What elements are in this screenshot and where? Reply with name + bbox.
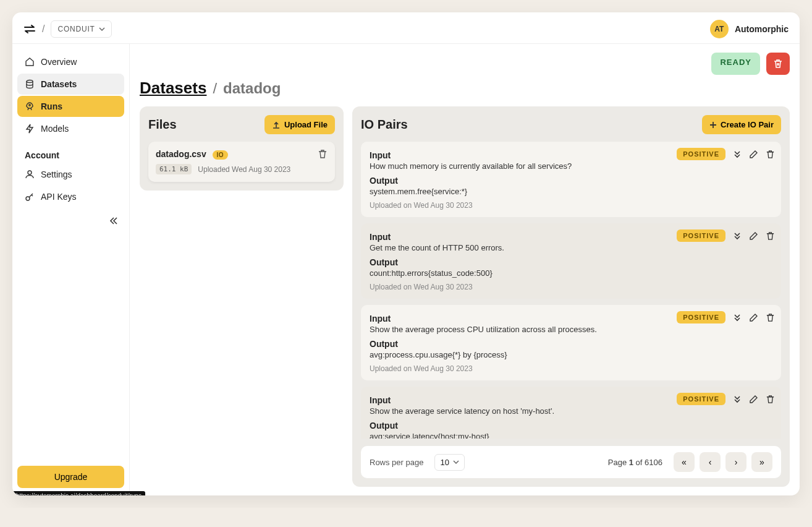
upload-icon [272, 121, 281, 129]
edit-icon[interactable] [749, 395, 758, 404]
positive-badge: POSITIVE [677, 311, 725, 323]
trash-icon [773, 59, 783, 69]
pager: Rows per page 10 Page 1 of 6106 « [361, 446, 781, 478]
edit-icon[interactable] [749, 231, 758, 241]
chevron-down-icon [99, 27, 105, 31]
input-text: Show the average service latency on host… [370, 406, 772, 416]
plus-icon [709, 121, 717, 129]
sidebar-item-models[interactable]: Models [17, 118, 124, 139]
files-panel: Files Upload File datadog.csv I [140, 106, 344, 191]
swap-icon [23, 25, 36, 33]
iopairs-panel: IO Pairs Create IO Pair POSITIVE [352, 106, 790, 487]
output-text: count:http.errors{status_code:500} [370, 268, 772, 278]
key-icon [25, 192, 35, 202]
breadcrumb-sep: / [213, 80, 217, 97]
workspace-selector[interactable]: CONDUIT [51, 20, 111, 38]
edit-icon[interactable] [749, 150, 758, 159]
pair-uploaded: Uploaded on Wed Aug 30 2023 [370, 364, 772, 373]
breadcrumb-root[interactable]: Datasets [140, 79, 206, 98]
breadcrumb-current: datadog [223, 80, 281, 97]
expand-icon[interactable] [733, 150, 742, 158]
expand-icon[interactable] [733, 231, 742, 240]
output-text: avg:service.latency{host:my-host} [370, 432, 772, 439]
output-label: Output [370, 176, 772, 186]
pair-uploaded: Uploaded on Wed Aug 30 2023 [370, 283, 772, 291]
iopair-card: POSITIVE Input Show the average process … [361, 305, 781, 380]
file-uploaded: Uploaded Wed Aug 30 2023 [198, 165, 290, 174]
expand-icon[interactable] [733, 313, 742, 322]
chevron-down-icon [453, 460, 459, 464]
breadcrumb: Datasets / datadog [140, 79, 790, 98]
input-text: Get me the count of HTTP 500 errors. [370, 243, 772, 252]
status-badge-ready: READY [711, 53, 760, 75]
trash-icon[interactable] [766, 150, 775, 159]
sidebar-item-label: Models [41, 124, 69, 134]
trash-icon[interactable] [766, 231, 775, 241]
positive-badge: POSITIVE [677, 229, 725, 242]
file-io-badge: IO [213, 150, 229, 160]
home-icon [25, 57, 35, 67]
pager-next-button[interactable]: › [725, 452, 746, 472]
sidebar-item-label: Datasets [41, 79, 77, 89]
output-text: avg:process.cpu.usage{*} by {process} [370, 350, 772, 359]
input-text: Show the average process CPU utilization… [370, 325, 772, 334]
positive-badge: POSITIVE [677, 393, 725, 405]
iopair-card: POSITIVE Input Show the average service … [361, 387, 781, 439]
file-size: 61.1 kB [156, 164, 192, 174]
delete-dataset-button[interactable] [766, 53, 790, 75]
user-icon [25, 169, 35, 179]
svg-point-0 [27, 80, 33, 83]
pager-prev-button[interactable]: ‹ [700, 452, 721, 472]
breadcrumb-sep: / [42, 24, 44, 35]
positive-badge: POSITIVE [677, 148, 725, 160]
sidebar-item-runs[interactable]: Runs [17, 96, 124, 117]
sidebar-item-overview[interactable]: Overview [17, 51, 124, 72]
trash-icon[interactable] [766, 313, 775, 322]
output-text: system.mem.free{service:*} [370, 187, 772, 196]
sidebar-section-account: Account [17, 140, 124, 164]
status-bar-url: https://automorphic.ai/dashboard/conduit… [12, 491, 145, 495]
files-title: Files [148, 118, 177, 132]
sidebar-item-label: API Keys [41, 192, 77, 202]
file-name: datadog.csv [156, 149, 206, 159]
create-iopair-button[interactable]: Create IO Pair [702, 115, 781, 134]
output-label: Output [370, 257, 772, 267]
output-label: Output [370, 339, 772, 349]
svg-point-1 [29, 105, 30, 106]
workspace-name: CONDUIT [57, 25, 95, 33]
svg-point-2 [28, 171, 32, 174]
collapse-sidebar-button[interactable] [103, 213, 124, 228]
sidebar-item-settings[interactable]: Settings [17, 164, 124, 185]
sidebar-item-datasets[interactable]: Datasets [17, 74, 124, 95]
sidebar-item-label: Settings [41, 169, 72, 179]
sidebar-item-label: Overview [41, 57, 77, 67]
sidebar-item-label: Runs [41, 101, 62, 111]
upgrade-button[interactable]: Upgrade [17, 466, 124, 488]
rows-per-page-label: Rows per page [370, 458, 423, 467]
bolt-icon [25, 124, 35, 134]
output-label: Output [370, 421, 772, 431]
rocket-icon [25, 101, 35, 111]
iopairs-title: IO Pairs [361, 118, 408, 132]
upload-file-button[interactable]: Upload File [264, 115, 335, 134]
rows-per-page-select[interactable]: 10 [434, 454, 464, 471]
sidebar-item-apikeys[interactable]: API Keys [17, 186, 124, 207]
delete-file-button[interactable] [318, 149, 328, 159]
user-name: Automorphic [735, 24, 789, 34]
database-icon [25, 79, 35, 89]
expand-icon[interactable] [733, 395, 742, 403]
pager-first-button[interactable]: « [674, 452, 695, 472]
trash-icon[interactable] [766, 395, 775, 404]
edit-icon[interactable] [749, 313, 758, 322]
avatar[interactable]: AT [710, 20, 729, 38]
page-info: Page 1 of 6106 [608, 458, 662, 467]
pair-uploaded: Uploaded on Wed Aug 30 2023 [370, 201, 772, 210]
file-card[interactable]: datadog.csv IO 61.1 kB Uploaded Wed Aug … [148, 142, 335, 182]
iopair-card: POSITIVE Input Get me the count of HTTP … [361, 223, 781, 299]
iopair-card: POSITIVE Input How much memory is curren… [361, 142, 781, 217]
pager-last-button[interactable]: » [751, 452, 772, 472]
input-text: How much memory is currently available f… [370, 161, 772, 171]
